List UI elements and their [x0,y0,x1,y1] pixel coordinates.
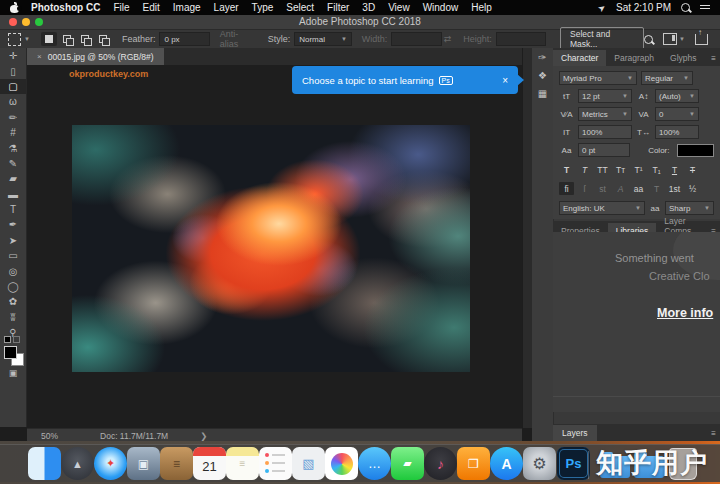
tracking-select[interactable]: 0▼ [655,107,699,121]
standard-ligatures-button[interactable]: fi [559,182,574,195]
character-styles-panel-icon[interactable]: ▦ [532,84,553,102]
language-select[interactable]: English: UK▼ [559,201,645,215]
font-family-select[interactable]: Myriad Pro ▼ [559,71,637,85]
more-info-link[interactable]: More info [657,306,713,320]
gradient-tool[interactable]: ▬ [0,187,26,202]
clone-source-panel-icon[interactable]: ✑ [532,48,553,66]
dock-icon-reminders[interactable] [259,447,292,480]
rectangle-tool[interactable]: ▭ [0,248,26,263]
tool-preset-picker[interactable]: ▼ [8,33,30,46]
tab-character[interactable]: Character [553,50,606,66]
tab-paragraph[interactable]: Paragraph [606,50,662,66]
faux-italic-button[interactable]: T [577,163,592,176]
dock-icon-photos[interactable] [325,447,358,480]
status-options-chevron[interactable]: ❯ [200,431,207,441]
workspace-switcher[interactable]: ▼ [663,33,685,45]
menu-item-type[interactable]: Type [252,2,274,13]
dock-icon-launchpad[interactable]: ▲ [61,447,94,480]
menu-item-help[interactable]: Help [471,2,492,13]
lasso-tool[interactable]: ω [0,94,26,109]
discretionary-ligatures-button[interactable]: st [595,182,610,195]
swap-dimensions-icon[interactable]: ⇄ [444,34,452,44]
width-input[interactable] [391,32,441,46]
dock-icon-system-preferences[interactable]: ⚙ [523,447,556,480]
intersect-with-selection-button[interactable] [95,32,111,46]
quick-selection-tool[interactable]: ✏ [0,110,26,125]
ordinals-button[interactable]: 1st [667,182,682,195]
zoom-level-field[interactable]: 50% [41,431,58,441]
kerning-select[interactable]: Metrics▼ [578,107,632,121]
all-caps-button[interactable]: TT [595,163,610,176]
move-tool[interactable]: ✛ [0,48,26,63]
eyedropper-tool[interactable]: ⚗ [0,140,26,155]
font-size-select[interactable]: 12 pt▼ [578,89,632,103]
dock-icon-finder[interactable] [28,447,61,480]
baseline-shift-input[interactable]: 0 pt [578,143,630,157]
tab-glyphs[interactable]: Glyphs [662,50,704,66]
anti-alias-checkbox-label[interactable]: Anti-alias [220,29,254,49]
dock-icon-itunes[interactable]: ♪ [424,447,457,480]
custom-shape-tool[interactable]: ✿ [0,294,26,309]
font-style-select[interactable]: Regular ▼ [641,71,693,85]
brush-tool[interactable]: ✎ [0,156,26,171]
location-services-icon[interactable]: ➤ [596,1,608,14]
pen-tool[interactable]: ✒ [0,217,26,232]
dock-icon-mail[interactable]: ▣ [127,447,160,480]
dock-icon-preview[interactable]: ▧ [292,447,325,480]
menu-item-layer[interactable]: Layer [214,2,239,13]
document-tab[interactable]: × 00015.jpg @ 50% (RGB/8#) [27,48,164,65]
foreground-color-swatch[interactable] [4,346,17,359]
faux-bold-button[interactable]: T [559,163,574,176]
default-colors-icon[interactable] [4,336,11,343]
height-input[interactable] [496,32,546,46]
tab-layers[interactable]: Layers [553,425,597,441]
crop-tool[interactable]: # [0,125,26,140]
swap-colors-icon[interactable] [13,336,20,343]
search-icon[interactable] [644,35,653,44]
menu-item-image[interactable]: Image [173,2,201,13]
menu-item-3d[interactable]: 3D [362,2,375,13]
small-caps-button[interactable]: Tᴛ [613,163,628,176]
canvas-pasteboard[interactable]: okproductkey.com [27,65,522,428]
menu-item-filter[interactable]: Filter [327,2,349,13]
dock-icon-messages[interactable]: … [358,447,391,480]
menu-app-name[interactable]: Photoshop CC [31,2,100,13]
hand-tool[interactable]: ʬ [0,310,26,325]
menu-item-select[interactable]: Select [286,2,314,13]
swash-button[interactable]: A [613,182,628,195]
text-color-swatch[interactable] [677,144,714,157]
dock-icon-contacts[interactable]: ≡ [160,447,193,480]
fractions-button[interactable]: ½ [685,182,700,195]
dock-icon-safari[interactable]: ✦ [94,447,127,480]
dock-icon-facetime[interactable]: ▰ [391,447,424,480]
spotlight-search-icon[interactable] [681,3,690,12]
add-to-selection-button[interactable] [59,32,75,46]
dock-icon-app-store[interactable]: A [490,447,523,480]
screen-mode-button[interactable]: ▣ [0,368,26,378]
notification-center-icon[interactable] [700,4,710,12]
vertical-scale-input[interactable]: 100% [578,125,632,139]
menu-item-view[interactable]: View [388,2,410,13]
type-tool[interactable]: T [0,202,26,217]
share-icon[interactable] [695,34,708,45]
new-selection-button[interactable] [41,32,57,46]
close-notification-button[interactable]: × [502,75,508,86]
titling-alternates-button[interactable]: T [649,182,664,195]
panel-menu-icon[interactable]: ≡ [707,426,720,441]
artboard-tool[interactable]: ▯ [0,63,26,78]
stylistic-alternates-button[interactable]: aa [631,182,646,195]
horizontal-scale-input[interactable]: 100% [655,125,699,139]
underline-button[interactable]: T [667,163,682,176]
menu-item-edit[interactable]: Edit [143,2,160,13]
dock-icon-ibooks[interactable]: ❐ [457,447,490,480]
learn-notification-banner[interactable]: Choose a topic to start learning Ps × [292,66,518,94]
ellipse-ring-tool[interactable]: ◎ [0,263,26,278]
swatches-panel-icon[interactable]: ❖ [532,66,553,84]
document-image[interactable] [72,125,470,372]
strikethrough-button[interactable]: T [685,163,700,176]
subscript-button[interactable]: T₁ [649,163,664,176]
style-select[interactable]: Normal ▼ [294,32,352,46]
close-tab-icon[interactable]: × [37,52,42,61]
path-selection-tool[interactable]: ➤ [0,233,26,248]
dock-icon-calendar[interactable]: 21 [193,447,226,480]
